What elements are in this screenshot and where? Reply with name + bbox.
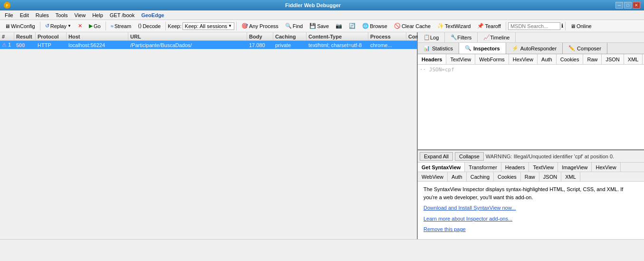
res-tab-caching[interactable]: Caching [467, 172, 494, 181]
go-icon: ▶ [89, 23, 93, 29]
snapshot-icon: 📷 [336, 23, 342, 29]
restore-button[interactable]: □ [624, 2, 632, 9]
learn-more-link[interactable]: Learn more about Inspector add-ons... [423, 216, 512, 222]
col-header-protocol[interactable]: Protocol [36, 32, 67, 40]
res-tab-auth[interactable]: Auth [448, 172, 467, 181]
keep-sessions-select[interactable]: Keep: All sessions ▼ [183, 22, 234, 30]
tab-log[interactable]: 📋 Log [418, 32, 445, 42]
req-tab-cookies[interactable]: Cookies [557, 54, 584, 64]
res-tab-xml[interactable]: XML [561, 172, 580, 181]
find-button[interactable]: 🔍 Find [282, 21, 306, 30]
res-tab-syntaxview[interactable]: Get SyntaxView [418, 163, 465, 172]
req-tab-webforms[interactable]: WebForms [475, 54, 509, 64]
keep-sessions-dropdown[interactable]: Keep: Keep: All sessions ▼ [168, 22, 234, 30]
any-process-button[interactable]: 🎯 Any Process [239, 21, 281, 30]
expand-all-button[interactable]: Expand All [420, 152, 453, 161]
col-header-host[interactable]: Host [67, 32, 128, 40]
col-header-process[interactable]: Process [368, 32, 406, 40]
clear-cache-icon: 🚫 [394, 23, 401, 29]
req-tab-auth[interactable]: Auth [538, 54, 557, 64]
tab-statistics[interactable]: 📊 Statistics [418, 43, 459, 54]
syntax-view-description: The SyntaxView Inspector displays syntax… [423, 185, 638, 201]
textwizard-icon: ✨ [437, 23, 444, 29]
tab-composer[interactable]: ✏️ Composer [563, 43, 607, 54]
toolbar-separator4 [236, 22, 237, 30]
keep-dropdown-icon: ▼ [228, 24, 232, 28]
res-tab-transformer[interactable]: Transformer [465, 163, 501, 172]
winconfig-button[interactable]: 🖥 WinConfig [2, 22, 38, 30]
tearoff-button[interactable]: 📌 Tearoff [474, 21, 503, 30]
window-controls: ─ □ ✕ [615, 2, 640, 9]
col-header-caching[interactable]: Caching [273, 32, 307, 40]
go-button[interactable]: ▶ Go [86, 21, 104, 30]
snapshot-button[interactable]: 📷 [333, 21, 345, 30]
download-syntaxview-link[interactable]: Download and Install SyntaxView now... [423, 205, 516, 211]
msdn-search-input[interactable] [508, 22, 560, 30]
online-icon: 🖥 [570, 23, 576, 29]
menu-rules[interactable]: Rules [33, 12, 52, 19]
save-button[interactable]: 💾 Save [307, 21, 332, 30]
collapse-button[interactable]: Collapse [455, 152, 484, 161]
stream-icon: ≈ [111, 23, 114, 29]
menu-view[interactable]: View [72, 12, 89, 19]
tab-timeline[interactable]: 📈 Timeline [478, 32, 516, 42]
table-row[interactable]: ⚠ 1 500 HTTP localhost:56224 /Participan… [0, 41, 417, 49]
refresh-icon: 🔄 [349, 23, 356, 29]
refresh-button[interactable]: 🔄 [346, 21, 358, 30]
col-header-hash[interactable]: # [0, 32, 14, 40]
tab-autoresponder[interactable]: ⚡ AutoResponder [506, 43, 563, 54]
res-tab-headers[interactable]: Headers [501, 163, 529, 172]
main-content: # Result Protocol Host URL Body Caching … [0, 32, 644, 239]
menu-help[interactable]: Help [89, 12, 106, 19]
tab-filters[interactable]: 🔧 Filters [445, 32, 478, 42]
cell-body: 17.080 [247, 42, 273, 48]
menu-file[interactable]: File [2, 12, 16, 19]
toolbar-separator [40, 22, 40, 30]
col-header-result[interactable]: Result [14, 32, 36, 40]
textwizard-button[interactable]: ✨ TextWizard [434, 21, 473, 30]
col-header-url[interactable]: URL [128, 32, 247, 40]
res-tab-textview[interactable]: TextView [529, 163, 558, 172]
res-tab-imageview[interactable]: ImageView [558, 163, 592, 172]
browse-button[interactable]: 🌐 Browse [359, 21, 390, 30]
res-tab-json[interactable]: JSON [539, 172, 561, 181]
remove-button[interactable]: ✕ [75, 21, 85, 30]
replay-button[interactable]: ↺ Replay ▼ [42, 21, 74, 30]
menu-tools[interactable]: Tools [53, 12, 71, 19]
remove-page-link[interactable]: Remove this page [423, 226, 466, 232]
menu-get-book[interactable]: GET /book [107, 12, 137, 19]
stream-button[interactable]: ≈ Stream [108, 22, 135, 30]
req-tab-textview[interactable]: TextView [446, 54, 475, 64]
res-tab-hexview[interactable]: HexView [592, 163, 620, 172]
res-tab-raw[interactable]: Raw [521, 172, 539, 181]
res-tab-webview[interactable]: WebView [418, 172, 448, 181]
col-header-body[interactable]: Body [247, 32, 273, 40]
request-content-area: ·· JSON=cpf [418, 65, 644, 150]
tab-inspectors[interactable]: 🔍 Inspectors [459, 43, 506, 54]
replay-dropdown-icon: ▼ [67, 24, 71, 28]
decode-button[interactable]: ⟨⟩ Decode [135, 21, 163, 30]
cell-error-indicator: ⚠ 1 [0, 42, 14, 48]
req-tab-headers[interactable]: Headers [418, 54, 446, 64]
cell-protocol: HTTP [36, 42, 67, 48]
req-tab-xml[interactable]: XML [624, 54, 643, 64]
menu-geoedge[interactable]: GeoEdge [138, 12, 167, 18]
toolbar-separator6 [565, 22, 566, 30]
statistics-icon: 📊 [423, 45, 430, 51]
req-tab-json[interactable]: JSON [602, 54, 624, 64]
log-icon: 📋 [423, 34, 430, 40]
col-header-content-type[interactable]: Content-Type [307, 32, 368, 40]
res-tab-cookies[interactable]: Cookies [494, 172, 521, 181]
inspector-panel: 📋 Log 🔧 Filters 📈 Timeline 📊 Statistics … [418, 32, 644, 239]
close-button[interactable]: ✕ [633, 2, 640, 9]
msdn-info-icon[interactable]: ℹ [561, 23, 563, 29]
replay-icon: ↺ [45, 23, 49, 29]
req-tab-raw[interactable]: Raw [583, 54, 602, 64]
req-tab-hexview[interactable]: HexView [509, 54, 538, 64]
minimize-button[interactable]: ─ [615, 2, 623, 9]
timeline-icon: 📈 [483, 34, 490, 40]
clear-cache-button[interactable]: 🚫 Clear Cache [391, 21, 433, 30]
online-button[interactable]: 🖥 Online [567, 22, 595, 30]
remove-icon: ✕ [78, 23, 82, 29]
menu-edit[interactable]: Edit [17, 12, 32, 19]
